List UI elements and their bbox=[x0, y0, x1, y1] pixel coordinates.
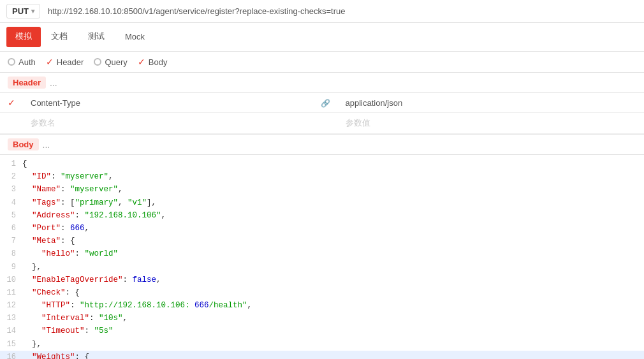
param-name-placeholder[interactable]: 参数名 bbox=[31, 118, 55, 128]
body-subsection-header: Body ... bbox=[0, 135, 644, 155]
line-content: "Weights": { bbox=[22, 351, 644, 359]
header-subsection-title: Header bbox=[8, 77, 46, 89]
content-type-link-icon: 🔗 bbox=[321, 99, 330, 108]
body-subsection-title: Body bbox=[8, 138, 39, 150]
method-selector[interactable]: PUT ▾ bbox=[6, 4, 40, 18]
method-chevron-icon: ▾ bbox=[31, 8, 34, 15]
line-content: "Check": { bbox=[22, 286, 644, 299]
code-line: 10 "EnableTagOverride": false, bbox=[0, 274, 644, 286]
tab-mock[interactable]: Mock bbox=[115, 26, 155, 49]
code-line: 14 "Timeout": "5s" bbox=[0, 325, 644, 337]
body-subsection: Body ... 1{2 "ID": "myserver",3 "Name": … bbox=[0, 135, 644, 359]
line-number: 9 bbox=[0, 261, 22, 274]
line-content: "Interval": "10s", bbox=[22, 312, 644, 325]
header-subsection-header: Header ... bbox=[0, 73, 644, 93]
section-tab-body[interactable]: ✓ Body bbox=[138, 57, 168, 67]
line-number: 16 bbox=[0, 351, 22, 359]
code-line: 15 }, bbox=[0, 338, 644, 351]
code-line: 11 "Check": { bbox=[0, 286, 644, 299]
tab-simulate[interactable]: 模拟 bbox=[6, 27, 41, 47]
code-line: 6 "Port": 666, bbox=[0, 222, 644, 235]
code-line: 5 "Address": "192.168.10.106", bbox=[0, 209, 644, 222]
line-content: { bbox=[22, 158, 644, 170]
line-content: "Port": 666, bbox=[22, 222, 644, 235]
method-label: PUT bbox=[12, 6, 29, 16]
code-editor[interactable]: 1{2 "ID": "myserver",3 "Name": "myserver… bbox=[0, 155, 644, 359]
section-tabs: Auth ✓ Header Query ✓ Body bbox=[0, 52, 644, 73]
code-line: 4 "Tags": ["primary", "v1"], bbox=[0, 196, 644, 209]
query-label: Query bbox=[105, 57, 127, 67]
url-input[interactable] bbox=[45, 5, 638, 17]
code-line: 2 "ID": "myserver", bbox=[0, 170, 644, 183]
line-number: 8 bbox=[0, 247, 22, 260]
line-number: 10 bbox=[0, 274, 22, 286]
line-number: 11 bbox=[0, 286, 22, 299]
code-line: 7 "Meta": { bbox=[0, 235, 644, 247]
line-content: "EnableTagOverride": false, bbox=[22, 274, 644, 286]
url-bar: PUT ▾ bbox=[0, 0, 644, 23]
line-content: }, bbox=[22, 261, 644, 274]
code-line: 3 "Name": "myserver", bbox=[0, 183, 644, 196]
line-content: "Name": "myserver", bbox=[22, 183, 644, 196]
line-content: }, bbox=[22, 338, 644, 351]
line-number: 15 bbox=[0, 338, 22, 351]
section-tab-query[interactable]: Query bbox=[94, 57, 127, 67]
line-content: "ID": "myserver", bbox=[22, 170, 644, 183]
header-row-placeholder: 参数名 参数值 bbox=[0, 113, 644, 134]
header-row-content-type: ✓ Content-Type 🔗 application/json bbox=[0, 93, 644, 113]
section-tab-header[interactable]: ✓ Header bbox=[46, 57, 84, 67]
line-content: "Meta": { bbox=[22, 235, 644, 247]
code-line: 1{ bbox=[0, 158, 644, 170]
line-content: "Tags": ["primary", "v1"], bbox=[22, 196, 644, 209]
content-type-key: Content-Type bbox=[31, 98, 80, 108]
code-line: 13 "Interval": "10s", bbox=[0, 312, 644, 325]
line-content: "HTTP": "http://192.168.10.106: 666/heal… bbox=[22, 299, 644, 312]
code-line: 8 "hello": "world" bbox=[0, 247, 644, 260]
section-tab-auth[interactable]: Auth bbox=[8, 57, 36, 67]
line-number: 14 bbox=[0, 325, 22, 337]
code-line: 16 "Weights": { bbox=[0, 351, 644, 359]
line-number: 3 bbox=[0, 183, 22, 196]
line-number: 1 bbox=[0, 158, 22, 170]
line-content: "hello": "world" bbox=[22, 247, 644, 260]
param-value-placeholder[interactable]: 参数值 bbox=[346, 118, 370, 128]
query-radio bbox=[94, 58, 101, 66]
code-line: 9 }, bbox=[0, 261, 644, 274]
tab-test[interactable]: 测试 bbox=[78, 24, 115, 50]
line-number: 13 bbox=[0, 312, 22, 325]
auth-label: Auth bbox=[18, 57, 36, 67]
line-number: 12 bbox=[0, 299, 22, 312]
header-ellipsis[interactable]: ... bbox=[50, 78, 57, 88]
line-number: 4 bbox=[0, 196, 22, 209]
line-number: 7 bbox=[0, 235, 22, 247]
line-number: 2 bbox=[0, 170, 22, 183]
line-number: 6 bbox=[0, 222, 22, 235]
main-tabs: 模拟 文档 测试 Mock bbox=[0, 23, 644, 52]
code-line: 12 "HTTP": "http://192.168.10.106: 666/h… bbox=[0, 299, 644, 312]
content-type-check[interactable]: ✓ bbox=[8, 98, 15, 108]
line-content: "Address": "192.168.10.106", bbox=[22, 209, 644, 222]
header-check-icon: ✓ bbox=[46, 57, 54, 67]
header-subsection: Header ... ✓ Content-Type 🔗 application/… bbox=[0, 73, 644, 135]
header-label: Header bbox=[57, 57, 84, 67]
content-type-value[interactable]: application/json bbox=[346, 98, 403, 108]
header-table: ✓ Content-Type 🔗 application/json 参数名 bbox=[0, 93, 644, 134]
body-label: Body bbox=[149, 57, 168, 67]
tab-docs[interactable]: 文档 bbox=[41, 24, 78, 50]
body-check-icon: ✓ bbox=[138, 57, 145, 67]
line-content: "Timeout": "5s" bbox=[22, 325, 644, 337]
line-number: 5 bbox=[0, 209, 22, 222]
body-ellipsis[interactable]: ... bbox=[43, 140, 50, 150]
auth-radio bbox=[8, 58, 15, 66]
